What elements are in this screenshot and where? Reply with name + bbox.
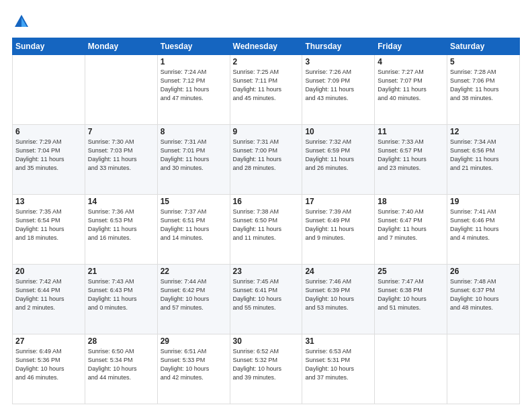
day-info: Sunrise: 7:31 AM Sunset: 7:01 PM Dayligh… xyxy=(161,138,227,173)
calendar-cell xyxy=(13,55,85,125)
weekday-header-thursday: Thursday xyxy=(302,38,375,55)
day-info: Sunrise: 7:37 AM Sunset: 6:51 PM Dayligh… xyxy=(161,208,227,242)
calendar-cell: 18Sunrise: 7:40 AM Sunset: 6:47 PM Dayli… xyxy=(375,195,447,265)
calendar-cell: 17Sunrise: 7:39 AM Sunset: 6:49 PM Dayli… xyxy=(302,195,375,265)
day-info: Sunrise: 7:42 AM Sunset: 6:44 PM Dayligh… xyxy=(15,277,82,312)
calendar-cell xyxy=(375,334,447,404)
calendar-cell: 28Sunrise: 6:50 AM Sunset: 5:34 PM Dayli… xyxy=(85,334,157,404)
calendar-cell: 21Sunrise: 7:43 AM Sunset: 6:43 PM Dayli… xyxy=(85,265,157,334)
calendar-week-1: 6Sunrise: 7:29 AM Sunset: 7:04 PM Daylig… xyxy=(13,125,520,195)
calendar-cell: 20Sunrise: 7:42 AM Sunset: 6:44 PM Dayli… xyxy=(13,265,85,334)
day-info: Sunrise: 7:26 AM Sunset: 7:09 PM Dayligh… xyxy=(305,68,371,103)
day-info: Sunrise: 6:50 AM Sunset: 5:34 PM Dayligh… xyxy=(88,347,154,382)
day-number: 14 xyxy=(88,197,154,206)
day-number: 22 xyxy=(161,267,227,276)
calendar-cell: 2Sunrise: 7:25 AM Sunset: 7:11 PM Daylig… xyxy=(230,55,302,125)
day-info: Sunrise: 7:28 AM Sunset: 7:06 PM Dayligh… xyxy=(450,68,517,103)
calendar-cell: 15Sunrise: 7:37 AM Sunset: 6:51 PM Dayli… xyxy=(157,195,230,265)
day-number: 25 xyxy=(378,267,444,276)
weekday-header-friday: Friday xyxy=(375,38,447,55)
calendar-week-3: 20Sunrise: 7:42 AM Sunset: 6:44 PM Dayli… xyxy=(13,265,520,334)
day-number: 17 xyxy=(305,197,371,206)
calendar-cell: 27Sunrise: 6:49 AM Sunset: 5:36 PM Dayli… xyxy=(13,334,85,404)
calendar-cell: 25Sunrise: 7:47 AM Sunset: 6:38 PM Dayli… xyxy=(375,265,447,334)
day-number: 23 xyxy=(233,267,300,276)
calendar-cell: 31Sunrise: 6:53 AM Sunset: 5:31 PM Dayli… xyxy=(302,334,375,404)
day-info: Sunrise: 7:38 AM Sunset: 6:50 PM Dayligh… xyxy=(233,208,300,242)
header xyxy=(12,12,520,31)
day-number: 29 xyxy=(161,336,227,346)
day-number: 18 xyxy=(378,197,444,206)
calendar-week-0: 1Sunrise: 7:24 AM Sunset: 7:12 PM Daylig… xyxy=(13,55,520,125)
day-number: 9 xyxy=(233,127,300,136)
day-info: Sunrise: 7:41 AM Sunset: 6:46 PM Dayligh… xyxy=(450,208,517,242)
day-number: 2 xyxy=(233,57,300,66)
weekday-header-sunday: Sunday xyxy=(13,38,85,55)
day-info: Sunrise: 7:36 AM Sunset: 6:53 PM Dayligh… xyxy=(88,208,154,242)
calendar-cell: 13Sunrise: 7:35 AM Sunset: 6:54 PM Dayli… xyxy=(13,195,85,265)
day-number: 12 xyxy=(450,127,517,136)
day-number: 13 xyxy=(15,197,82,206)
logo-icon xyxy=(12,12,31,31)
calendar-cell: 24Sunrise: 7:46 AM Sunset: 6:39 PM Dayli… xyxy=(302,265,375,334)
day-info: Sunrise: 7:45 AM Sunset: 6:41 PM Dayligh… xyxy=(233,277,300,312)
calendar-cell: 7Sunrise: 7:30 AM Sunset: 7:03 PM Daylig… xyxy=(85,125,157,195)
calendar-cell: 10Sunrise: 7:32 AM Sunset: 6:59 PM Dayli… xyxy=(302,125,375,195)
day-number: 7 xyxy=(88,127,154,136)
calendar-cell: 5Sunrise: 7:28 AM Sunset: 7:06 PM Daylig… xyxy=(447,55,520,125)
day-number: 11 xyxy=(378,127,444,136)
calendar-cell: 12Sunrise: 7:34 AM Sunset: 6:56 PM Dayli… xyxy=(447,125,520,195)
calendar-cell: 6Sunrise: 7:29 AM Sunset: 7:04 PM Daylig… xyxy=(13,125,85,195)
calendar-cell: 3Sunrise: 7:26 AM Sunset: 7:09 PM Daylig… xyxy=(302,55,375,125)
day-number: 19 xyxy=(450,197,517,206)
day-info: Sunrise: 6:52 AM Sunset: 5:32 PM Dayligh… xyxy=(233,347,300,382)
logo xyxy=(12,12,34,31)
day-info: Sunrise: 7:46 AM Sunset: 6:39 PM Dayligh… xyxy=(305,277,371,312)
day-number: 21 xyxy=(88,267,154,276)
weekday-header-wednesday: Wednesday xyxy=(230,38,302,55)
day-number: 20 xyxy=(15,267,82,276)
day-info: Sunrise: 7:35 AM Sunset: 6:54 PM Dayligh… xyxy=(15,208,82,242)
calendar-cell: 16Sunrise: 7:38 AM Sunset: 6:50 PM Dayli… xyxy=(230,195,302,265)
day-number: 5 xyxy=(450,57,517,66)
day-info: Sunrise: 7:43 AM Sunset: 6:43 PM Dayligh… xyxy=(88,277,154,312)
calendar-week-2: 13Sunrise: 7:35 AM Sunset: 6:54 PM Dayli… xyxy=(13,195,520,265)
day-info: Sunrise: 7:29 AM Sunset: 7:04 PM Dayligh… xyxy=(15,138,82,173)
day-info: Sunrise: 7:30 AM Sunset: 7:03 PM Dayligh… xyxy=(88,138,154,173)
day-number: 28 xyxy=(88,336,154,346)
calendar-cell: 4Sunrise: 7:27 AM Sunset: 7:07 PM Daylig… xyxy=(375,55,447,125)
day-number: 6 xyxy=(15,127,82,136)
day-info: Sunrise: 7:34 AM Sunset: 6:56 PM Dayligh… xyxy=(450,138,517,173)
day-number: 24 xyxy=(305,267,371,276)
calendar-cell xyxy=(447,334,520,404)
day-number: 26 xyxy=(450,267,517,276)
day-number: 4 xyxy=(378,57,444,66)
day-info: Sunrise: 6:53 AM Sunset: 5:31 PM Dayligh… xyxy=(305,347,371,382)
page: SundayMondayTuesdayWednesdayThursdayFrid… xyxy=(0,0,532,411)
weekday-header-saturday: Saturday xyxy=(447,38,520,55)
calendar-cell xyxy=(85,55,157,125)
day-info: Sunrise: 7:48 AM Sunset: 6:37 PM Dayligh… xyxy=(450,277,517,312)
calendar-cell: 30Sunrise: 6:52 AM Sunset: 5:32 PM Dayli… xyxy=(230,334,302,404)
day-number: 31 xyxy=(305,336,371,346)
day-info: Sunrise: 6:51 AM Sunset: 5:33 PM Dayligh… xyxy=(161,347,227,382)
calendar-table: SundayMondayTuesdayWednesdayThursdayFrid… xyxy=(12,38,520,404)
calendar-cell: 26Sunrise: 7:48 AM Sunset: 6:37 PM Dayli… xyxy=(447,265,520,334)
day-number: 27 xyxy=(15,336,82,346)
calendar-cell: 9Sunrise: 7:31 AM Sunset: 7:00 PM Daylig… xyxy=(230,125,302,195)
day-number: 15 xyxy=(161,197,227,206)
day-info: Sunrise: 7:40 AM Sunset: 6:47 PM Dayligh… xyxy=(378,208,444,242)
calendar-cell: 29Sunrise: 6:51 AM Sunset: 5:33 PM Dayli… xyxy=(157,334,230,404)
day-info: Sunrise: 7:24 AM Sunset: 7:12 PM Dayligh… xyxy=(161,68,227,103)
calendar-cell: 8Sunrise: 7:31 AM Sunset: 7:01 PM Daylig… xyxy=(157,125,230,195)
day-info: Sunrise: 7:39 AM Sunset: 6:49 PM Dayligh… xyxy=(305,208,371,242)
day-number: 8 xyxy=(161,127,227,136)
day-info: Sunrise: 7:44 AM Sunset: 6:42 PM Dayligh… xyxy=(161,277,227,312)
day-number: 16 xyxy=(233,197,300,206)
weekday-header-tuesday: Tuesday xyxy=(157,38,230,55)
calendar-cell: 11Sunrise: 7:33 AM Sunset: 6:57 PM Dayli… xyxy=(375,125,447,195)
calendar-cell: 19Sunrise: 7:41 AM Sunset: 6:46 PM Dayli… xyxy=(447,195,520,265)
weekday-header-monday: Monday xyxy=(85,38,157,55)
calendar-week-4: 27Sunrise: 6:49 AM Sunset: 5:36 PM Dayli… xyxy=(13,334,520,404)
calendar-cell: 1Sunrise: 7:24 AM Sunset: 7:12 PM Daylig… xyxy=(157,55,230,125)
